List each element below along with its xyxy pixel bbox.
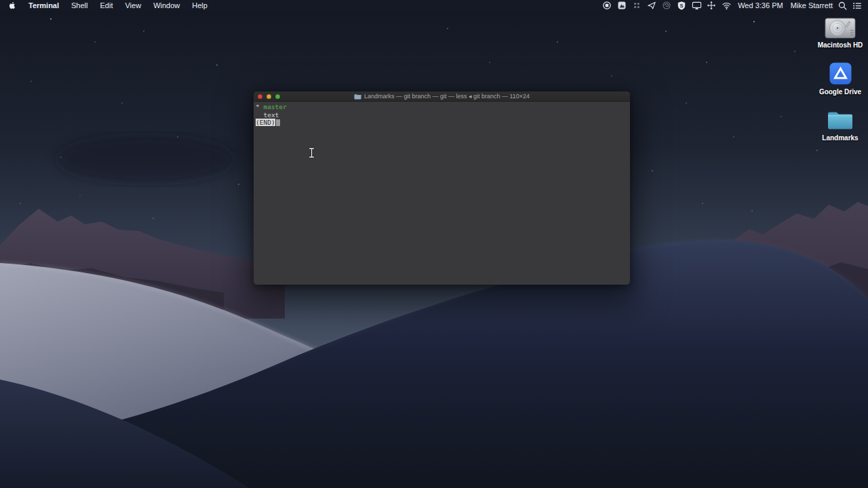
wifi-icon[interactable] [721, 0, 732, 11]
cloud [58, 136, 234, 182]
airplay-display-icon[interactable] [691, 0, 702, 11]
pager-end-badge: (END) [256, 119, 275, 126]
folder-icon [827, 108, 854, 130]
swirl-icon[interactable] [661, 0, 672, 11]
snagit-shield-icon[interactable]: S [676, 0, 687, 11]
terminal-titlebar[interactable]: Landmarks — git branch — git — less ◂ gi… [254, 92, 630, 102]
terminal-line-branch: * master [256, 103, 630, 111]
apple-icon [8, 1, 16, 10]
hard-drive-icon [825, 18, 856, 39]
zoom-button[interactable] [275, 94, 280, 99]
menu-terminal[interactable]: Terminal [22, 0, 65, 11]
desktop-icon-label: Macintosh HD [818, 41, 863, 49]
proxy-folder-icon [354, 94, 361, 100]
send-plane-icon[interactable] [646, 0, 657, 11]
move-arrows-icon[interactable] [706, 0, 717, 11]
menu-help[interactable]: Help [186, 0, 214, 11]
desktop-icon-macintosh-hd[interactable]: Macintosh HD [812, 18, 868, 49]
minimize-button[interactable] [267, 94, 271, 99]
menu-bar-left: Terminal Shell Edit View Window Help [0, 0, 214, 11]
ibeam-cursor [309, 148, 315, 161]
window-title: Landmarks — git branch — git — less ◂ gi… [254, 93, 630, 100]
branch-marker: * [256, 103, 263, 110]
terminal-line-pager: (END) [256, 119, 630, 127]
menu-clock[interactable]: Wed 3:36 PM [738, 1, 783, 9]
desktop: Terminal Shell Edit View Window Help [0, 0, 868, 488]
spotlight-search-icon[interactable] [837, 0, 848, 11]
branch-name: master [263, 103, 286, 110]
apple-menu[interactable] [0, 0, 22, 11]
menu-bar-right: S Wed 3:36 PM Mike Starrett [601, 0, 868, 11]
terminal-cursor [276, 119, 280, 126]
google-drive-icon [829, 62, 852, 85]
desktop-icon-landmarks[interactable]: Landmarks [812, 108, 868, 142]
terminal-line-text: text [256, 111, 630, 119]
menu-window[interactable]: Window [147, 0, 186, 11]
menu-shell[interactable]: Shell [65, 0, 94, 11]
notification-center-icon[interactable] [852, 0, 863, 11]
desktop-icon-label: Google Drive [819, 88, 861, 96]
app-grid-icon[interactable] [631, 0, 642, 11]
terminal-content[interactable]: * master text (END) [254, 102, 630, 284]
menu-user[interactable]: Mike Starrett [791, 1, 833, 9]
photos-app-icon[interactable] [616, 0, 627, 11]
traffic-lights [258, 92, 280, 101]
screen-record-stop-icon[interactable] [601, 0, 612, 11]
close-button[interactable] [258, 94, 262, 99]
desktop-icon-google-drive[interactable]: Google Drive [812, 62, 868, 96]
menu-view[interactable]: View [119, 0, 147, 11]
desktop-icon-label: Landmarks [822, 134, 858, 142]
window-title-text: Landmarks — git branch — git — less ◂ gi… [364, 93, 530, 100]
svg-text:S: S [680, 3, 684, 9]
menu-bar: Terminal Shell Edit View Window Help [0, 0, 868, 11]
menu-edit[interactable]: Edit [94, 0, 119, 11]
terminal-window: Landmarks — git branch — git — less ◂ gi… [254, 92, 630, 285]
